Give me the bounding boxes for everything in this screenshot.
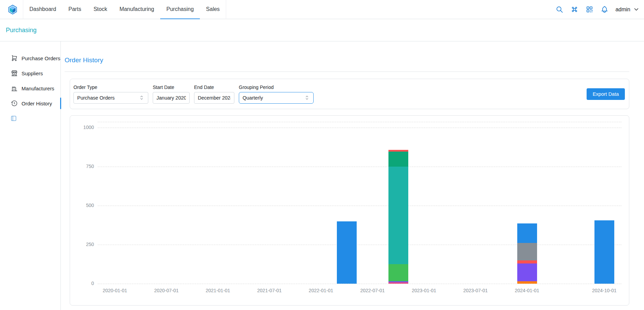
y-axis-tick-label: 1000 <box>76 125 94 130</box>
chart-plot <box>98 122 621 284</box>
tab-sales[interactable]: Sales <box>200 0 226 19</box>
bar-segment <box>517 223 537 243</box>
start-date-input[interactable] <box>153 92 190 104</box>
order-type-group: Order Type Purchase Orders <box>73 85 148 104</box>
main-nav: DashboardPartsStockManufacturingPurchasi… <box>23 0 226 19</box>
chart-bar-2022-10-01[interactable] <box>388 122 408 284</box>
bar-segment <box>517 263 537 281</box>
start-date-label: Start Date <box>153 85 190 90</box>
end-date-label: End Date <box>194 85 234 90</box>
app-header: DashboardPartsStockManufacturingPurchasi… <box>0 0 644 19</box>
grouping-period-value: Quarterly <box>243 95 263 101</box>
tab-manufacturing[interactable]: Manufacturing <box>113 0 160 19</box>
sidebar-item-manufacturers[interactable]: Manufacturers <box>0 81 60 96</box>
inventree-logo[interactable] <box>8 4 18 15</box>
bar-segment <box>337 221 357 284</box>
history-icon <box>11 100 18 107</box>
tab-purchasing[interactable]: Purchasing <box>160 0 200 19</box>
sidebar-item-label: Purchase Orders <box>22 55 60 61</box>
y-axis-tick-label: 0 <box>76 281 94 286</box>
bar-segment <box>388 167 408 264</box>
header-actions <box>556 5 608 13</box>
order-type-select[interactable]: Purchase Orders <box>73 92 148 104</box>
chart-card: 025050075010002020-01-012020-07-012021-0… <box>70 115 629 306</box>
username: admin <box>615 7 630 13</box>
page-body: Purchase OrdersSuppliersManufacturersOrd… <box>0 41 644 310</box>
export-data-button[interactable]: Export Data <box>587 88 625 100</box>
sidebar-item-suppliers[interactable]: Suppliers <box>0 66 60 81</box>
sidebar-item-label: Order History <box>22 101 52 106</box>
filter-panel: Order Type Purchase Orders Start Date En… <box>70 79 629 109</box>
gridline <box>98 122 621 122</box>
page-title: Order History <box>65 56 629 64</box>
start-date-group: Start Date <box>153 85 190 104</box>
x-axis-tick-label: 2020-01-01 <box>96 288 134 293</box>
y-axis-tick-label: 250 <box>76 242 94 247</box>
sidebar-item-label: Manufacturers <box>22 86 54 91</box>
x-axis-tick-label: 2024-10-01 <box>586 288 623 293</box>
shopping-cart-icon <box>11 55 18 62</box>
bar-segment <box>388 152 408 166</box>
bar-segment <box>388 281 408 283</box>
breadcrumb: Purchasing <box>0 19 644 41</box>
gridline <box>98 245 621 245</box>
sidebar-item-order-history[interactable]: Order History <box>0 96 60 111</box>
search-icon[interactable] <box>556 5 563 13</box>
chart-bar-2024-01-01[interactable] <box>517 122 537 284</box>
grouping-period-label: Grouping Period <box>239 85 314 90</box>
x-axis-tick-label: 2021-01-01 <box>199 288 237 293</box>
factory-icon <box>11 85 18 92</box>
chart-bar-2022-04-01[interactable] <box>337 122 357 284</box>
x-axis-tick-label: 2020-07-01 <box>148 288 185 293</box>
chart-bar-2024-10-01[interactable] <box>594 122 614 284</box>
tab-parts[interactable]: Parts <box>62 0 87 19</box>
building-store-icon <box>11 70 18 77</box>
bell-icon[interactable] <box>601 5 608 13</box>
bar-segment <box>517 243 537 260</box>
x-axis-tick-label: 2023-07-01 <box>457 288 494 293</box>
gridline <box>98 284 621 284</box>
gridline <box>98 167 621 167</box>
selector-icon <box>304 95 310 101</box>
bar-segment <box>594 220 614 284</box>
bar-segment <box>517 281 537 284</box>
bar-segment <box>388 264 408 281</box>
x-axis-tick-label: 2022-01-01 <box>302 288 340 293</box>
collapse-sidebar-icon[interactable] <box>10 115 17 122</box>
title-divider <box>65 72 629 72</box>
x-axis-tick-label: 2023-01-01 <box>405 288 443 293</box>
gridline <box>98 206 621 206</box>
x-axis-tick-label: 2024-01-01 <box>508 288 546 293</box>
sidebar: Purchase OrdersSuppliersManufacturersOrd… <box>0 41 61 310</box>
main-panel: Order History Order Type Purchase Orders… <box>61 41 644 310</box>
sidebar-item-purchase-orders[interactable]: Purchase Orders <box>0 51 60 66</box>
end-date-input[interactable] <box>194 92 234 104</box>
grouping-period-select[interactable]: Quarterly <box>239 92 314 104</box>
x-axis-tick-label: 2022-07-01 <box>354 288 391 293</box>
qr-grid-icon[interactable] <box>586 5 593 13</box>
x-axis-tick-label: 2021-07-01 <box>251 288 288 293</box>
user-menu[interactable]: admin <box>615 7 639 13</box>
tab-dashboard[interactable]: Dashboard <box>23 0 62 19</box>
breadcrumb-purchasing[interactable]: Purchasing <box>6 27 37 34</box>
sidebar-menu: Purchase OrdersSuppliersManufacturersOrd… <box>0 51 60 111</box>
tab-stock[interactable]: Stock <box>87 0 113 19</box>
y-axis-tick-label: 750 <box>76 164 94 169</box>
bar-segment <box>388 150 408 152</box>
order-type-value: Purchase Orders <box>77 95 115 101</box>
grouping-period-group: Grouping Period Quarterly <box>239 85 314 104</box>
sidebar-item-label: Suppliers <box>22 70 43 76</box>
end-date-group: End Date <box>194 85 234 104</box>
gridline <box>98 128 621 128</box>
chevron-down-icon <box>633 7 639 12</box>
bar-segment <box>388 282 408 284</box>
order-type-label: Order Type <box>73 85 148 90</box>
selector-icon <box>139 95 145 101</box>
command-icon[interactable] <box>571 5 578 13</box>
bar-segment <box>517 260 537 263</box>
y-axis-tick-label: 500 <box>76 203 94 208</box>
